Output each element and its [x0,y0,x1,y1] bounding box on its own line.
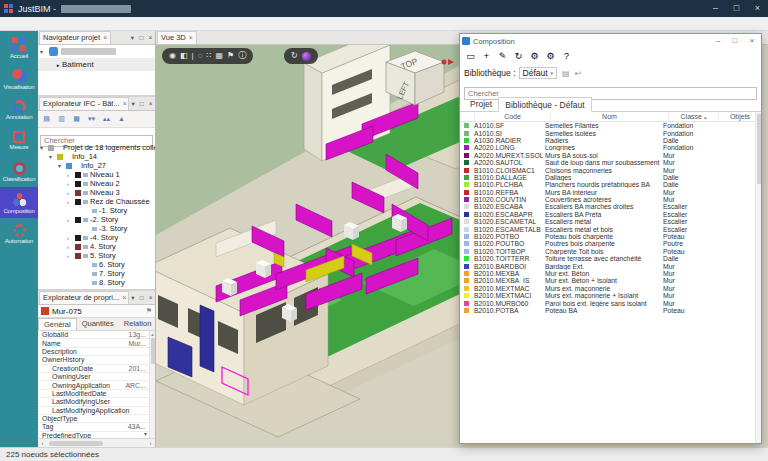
tree-item[interactable]: › 5. Story [38,251,155,260]
import-icon[interactable]: ↩ [575,69,582,78]
Semelles Filantes[interactable]: A1010.SF Semelles Filantes Fondation [460,122,761,129]
scrollbar-thumb[interactable] [151,338,155,364]
property-row[interactable]: GlobalId 13g... [38,331,155,339]
tab-bibliotheque-defaut[interactable]: Bibliothèque - Défaut [498,97,591,112]
property-row[interactable]: OwningApplication ARC... [38,381,155,389]
Escaliers métal et bois[interactable]: B1020.ESCAMETALB Escaliers métal et bois… [460,225,761,232]
property-row[interactable]: Tag 43A... [38,423,155,431]
refresh-view-icon[interactable]: ↻ [291,48,298,64]
target-icon[interactable]: ◉ [169,48,176,64]
tree-item[interactable]: ▾ Info_27 [38,161,155,170]
Saut de loup dans mur soubassement[interactable]: A2020.SAUTOL Saut de loup dans mur souba… [460,159,761,166]
edit-icon[interactable]: ✎ [496,50,509,63]
Murs BA sous-sol[interactable]: A2020.MUREXT.SSOL Murs BA sous-sol Mur [460,152,761,159]
Paroi bois ext. légère sans isolant[interactable]: B2010.MURBO60 Paroi bois ext. légère san… [460,299,761,306]
Longrines[interactable]: A2020.LONG Longrines Fondation [460,144,761,151]
divider[interactable]: | [192,48,194,64]
Escaliers BA marches droites[interactable]: B1020.ESCABA Escaliers BA marches droite… [460,203,761,210]
Couvertines acrotères[interactable]: B1020.COUVTIN Couvertines acrotères Mur [460,196,761,203]
Mur ext. Béton[interactable]: B2010.MEXBA Mur ext. Béton Mur [460,270,761,277]
tree-item-batiment[interactable]: ● Batiment [38,58,155,71]
properties-vertical-scrollbar[interactable]: ▴ [149,331,155,438]
tree-item[interactable]: › Niveau 2 [38,179,155,188]
tree-item[interactable]: › Niveau 1 [38,170,155,179]
tab-navigateur-projet[interactable]: Navigateur projet × [39,31,111,44]
close-icon[interactable]: × [189,32,193,44]
expander-icon[interactable]: ▾ [40,144,46,151]
Murs ext. maçonnerie + Isolant[interactable]: B2010.MEXTMACI Murs ext. maçonnerie + Is… [460,292,761,299]
tree-item[interactable]: ▾ Info_14 [38,152,155,161]
property-row[interactable]: Name Mur... [38,339,155,347]
sidebar-item-classification[interactable]: Classification [0,156,38,187]
sidebar-item-annotation[interactable]: Annotation [0,94,38,125]
tab-vue-3d[interactable]: Vue 3D × [157,31,197,44]
chevron-down-icon[interactable]: ▾ [144,430,147,437]
sidebar-item-composition[interactable]: Composition [0,187,38,218]
property-row[interactable]: OwnerHistory [38,356,155,364]
Planchers hourdis préfabriqués BA[interactable]: B1010.PLCHBA Planchers hourdis préfabriq… [460,181,761,188]
properties-horizontal-scrollbar[interactable]: ‹ › [38,438,155,447]
property-row[interactable]: PredefinedType [38,432,155,438]
property-row[interactable]: LastModifyingApplication [38,407,155,415]
add-icon[interactable]: + [480,50,493,63]
Poutres bois charpente[interactable]: B1020.POUTBO Poutres bois charpente Pout… [460,240,761,247]
expander-icon[interactable]: › [67,235,73,241]
scroll-left-icon[interactable]: ‹ [38,439,47,448]
sidebar-item-automation[interactable]: Automation [0,218,38,249]
property-row[interactable]: CreationDate 201... [38,365,155,373]
tab-explorateur-proprietes[interactable]: Explorateur de propri... × [39,291,129,304]
info-icon[interactable]: ⓘ [238,48,246,64]
expander-icon[interactable]: ▾ [49,153,55,160]
tab-general[interactable]: Général [38,318,77,330]
tab-projet[interactable]: Projet [464,97,498,112]
gear-red-icon[interactable]: ⚙ [544,50,557,63]
Toiture terrasse avec étanchéité[interactable]: B1020.TOITTERR Toiture terrasse avec éta… [460,255,761,262]
maximize-button[interactable]: □ [726,0,747,17]
Poteau BA[interactable]: B2010.POTBA Poteau BA Poteau [460,307,761,314]
sidebar-item-visualisation[interactable]: Visualisation [0,63,38,94]
Mur ext. Béton + Isolant[interactable]: B2010.MEXBA_IS Mur ext. Béton + Isolant … [460,277,761,284]
expander-icon[interactable]: › [67,253,73,259]
tree-item[interactable]: › Rez de Chaussée [38,197,155,206]
panel-close-icon[interactable]: × [146,97,155,110]
sidebar-item-mesure[interactable]: Mesure [0,125,38,156]
panel-float-icon[interactable]: □ [137,97,146,110]
fit-view-icon[interactable]: ∷ [206,48,211,64]
minimize-button[interactable]: – [711,34,725,48]
Radiers[interactable]: A1030.RADIER Radiers Dalle [460,137,761,144]
scroll-up-icon[interactable]: ▴ [150,331,155,337]
Semelles isolées[interactable]: A1010.SI Semelles isolées Fondation [460,129,761,136]
Escaliers métal[interactable]: B1020.ESCAMETAL Escaliers métal Escalier [460,218,761,225]
header-code[interactable]: Code [474,112,550,121]
property-row[interactable]: LastModifyingUser [38,398,155,406]
tree-item[interactable]: 6. Story [38,260,155,269]
panel-menu-icon[interactable]: ▾ [129,291,138,304]
Escaliers BA Préfa[interactable]: B1020.ESCABAPR Escaliers BA Préfa Escali… [460,211,761,218]
tree-grid-icon[interactable]: ▦ [70,113,83,126]
expander-icon[interactable]: › [67,181,73,187]
Charpente Toit bois[interactable]: B1020.TOITBOP Charpente Toit bois Poteau [460,248,761,255]
scrollbar-track[interactable] [47,439,146,447]
header-nom[interactable]: Nom [550,112,668,121]
tab-quantites[interactable]: Quantités [77,318,119,330]
maximize-button[interactable]: □ [728,34,742,48]
expander-icon[interactable]: › [67,244,73,250]
Poteau bois charpente[interactable]: B1020.POTBO Poteau bois charpente Poteau [460,233,761,240]
composition-title-bar[interactable]: Composition – □ × [460,34,761,48]
header-classe[interactable]: Classe▴ [668,112,718,121]
property-row[interactable]: LastModifiedDate [38,390,155,398]
orbit-icon[interactable]: ◌ [198,48,203,64]
Murs ext. maçonnerie[interactable]: B2010.MEXTMAC Murs ext. maçonnerie Mur [460,285,761,292]
collapse-all-icon[interactable]: ▾▾ [85,113,98,126]
open-library-icon[interactable]: ▭ [464,50,477,63]
Bardage Ext.[interactable]: B2010.BARDBOI Bardage Ext. Mur [460,262,761,269]
expand-all-icon[interactable]: ▴▴ [100,113,113,126]
scroll-right-icon[interactable]: › [146,439,155,448]
tree-item[interactable]: › -2. Story [38,215,155,224]
property-row[interactable]: Description [38,348,155,356]
tree-item[interactable]: 8. Story [38,278,155,287]
render-mode-icon[interactable] [302,52,311,61]
tree-item[interactable]: › Niveau 3 [38,188,155,197]
close-button[interactable]: × [745,34,759,48]
panel-float-icon[interactable]: □ [137,31,146,44]
